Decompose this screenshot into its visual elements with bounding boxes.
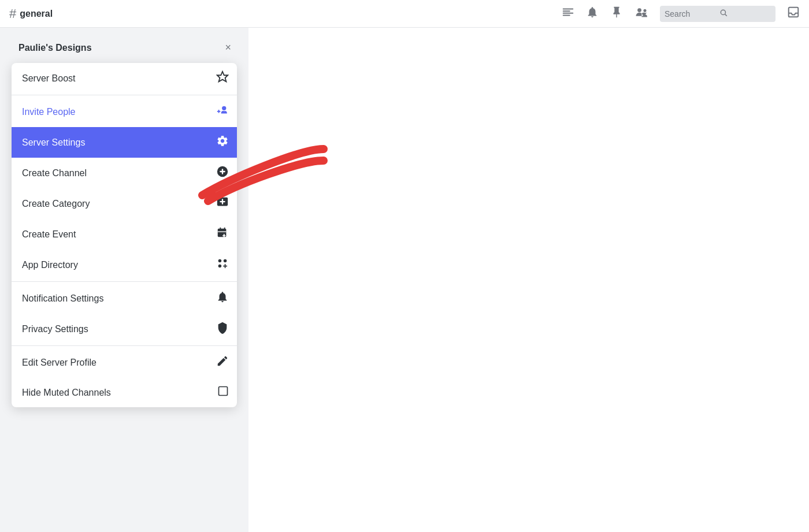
menu-item-hide-muted-channels[interactable]: Hide Muted Channels [12,378,237,407]
topbar-icons: Search [562,6,800,22]
channel-name: general [20,9,53,19]
svg-rect-23 [219,387,228,396]
server-settings-label: Server Settings [22,137,85,148]
notification-icon[interactable] [586,6,599,21]
svg-point-4 [721,10,725,14]
channel-header: # general [9,6,555,21]
menu-item-create-event[interactable]: Create Event [12,219,237,250]
app-directory-icon [216,257,229,273]
menu-item-edit-server-profile[interactable]: Edit Server Profile [12,347,237,378]
search-bar[interactable]: Search [660,6,775,22]
svg-line-5 [725,14,727,16]
divider-1 [12,95,237,95]
divider-2 [12,281,237,282]
menu-item-create-category[interactable]: Create Category [12,188,237,219]
search-icon [719,9,771,18]
svg-rect-6 [789,8,799,17]
create-channel-icon [216,165,229,181]
server-title: Paulie's Designs [18,43,92,53]
divider-3 [12,345,237,346]
main: Paulie's Designs × Server Boost Invite P… [0,28,809,532]
boost-icon [216,70,229,86]
svg-point-20 [218,259,222,263]
menu-item-create-channel[interactable]: Create Channel [12,158,237,188]
menu-item-privacy-settings[interactable]: Privacy Settings [12,314,237,344]
members-icon[interactable] [634,6,648,21]
svg-point-22 [218,265,222,268]
menu-item-server-settings[interactable]: Server Settings [12,127,237,158]
svg-marker-7 [217,72,228,81]
privacy-settings-icon [216,321,229,337]
checkbox-icon [217,385,229,400]
content-area [248,28,809,532]
server-boost-label: Server Boost [22,73,75,84]
invite-people-label: Invite People [22,107,76,117]
hide-muted-channels-label: Hide Muted Channels [22,388,111,398]
server-header: Paulie's Designs × [9,37,239,58]
topbar: # general [0,0,809,28]
create-category-label: Create Category [22,199,90,209]
edit-server-profile-label: Edit Server Profile [22,358,97,368]
settings-icon [216,135,229,150]
menu-item-server-boost[interactable]: Server Boost [12,63,237,94]
app-directory-label: App Directory [22,260,78,270]
close-button[interactable]: × [221,40,235,55]
sidebar-area: Paulie's Designs × Server Boost Invite P… [0,28,248,532]
menu-item-notification-settings[interactable]: Notification Settings [12,283,237,314]
create-event-icon [216,226,229,242]
invite-icon [216,104,229,120]
notification-settings-icon [216,291,229,306]
privacy-settings-label: Privacy Settings [22,324,88,334]
svg-point-21 [224,259,227,263]
notification-settings-label: Notification Settings [22,293,103,304]
edit-icon [216,355,229,370]
pin-icon[interactable] [610,6,623,21]
dropdown-menu: Server Boost Invite People [12,63,237,407]
create-event-label: Create Event [22,229,76,240]
menu-item-invite-people[interactable]: Invite People [12,96,237,127]
menu-item-app-directory[interactable]: App Directory [12,250,237,280]
hash-icon: # [9,6,16,21]
threads-icon[interactable] [562,6,574,21]
create-channel-label: Create Channel [22,168,87,178]
search-placeholder: Search [665,9,716,18]
create-category-icon [216,196,229,211]
inbox-icon[interactable] [787,6,800,21]
